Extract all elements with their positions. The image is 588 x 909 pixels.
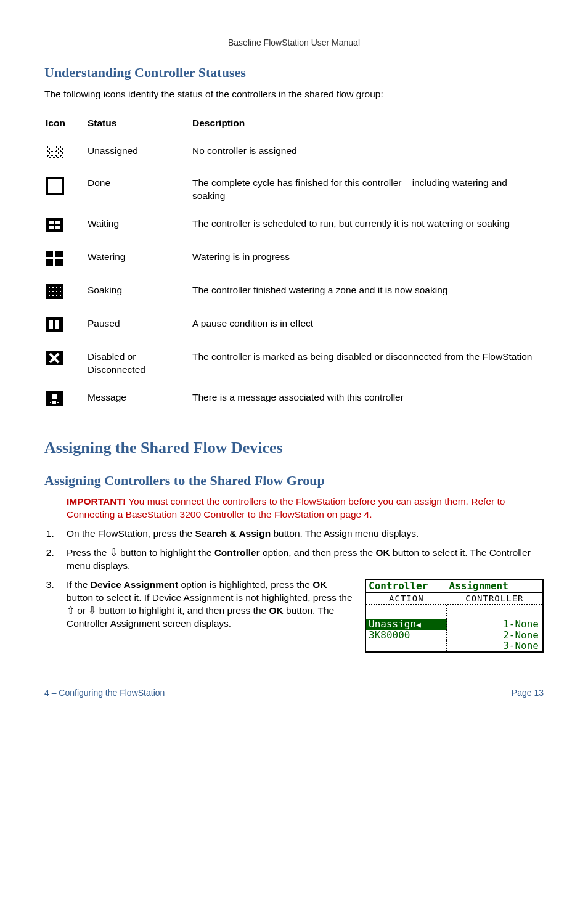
waiting-icon [46,218,63,232]
lcd-title-right: Assignment [448,580,542,592]
done-icon [46,177,64,195]
status-table: Icon Status Description Unassigned No co… [44,111,544,417]
bold-text: Controller [214,547,260,558]
table-row: Soaking The controller finished watering… [44,277,544,310]
step-text: button. The Assign menu displays. [271,528,419,539]
step-text: button to highlight the [118,547,214,558]
status-desc: The complete cycle has finished for this… [191,169,544,210]
soaking-icon [46,284,63,299]
important-text: You must connect the controllers to the … [67,496,505,520]
th-description: Description [191,111,544,137]
heading-assigning-devices: Assigning the Shared Flow Devices [44,437,544,460]
disabled-icon [46,351,63,365]
lcd-screenshot: Controller Assignment ACTION CONTROLLER … [365,579,544,653]
status-desc: There is a message associated with this … [191,384,544,417]
bold-text: OK [312,579,327,590]
bold-text: OK [269,605,283,616]
step-text: option is highlighted, press the [178,579,312,590]
bold-text: OK [376,547,390,558]
up-arrow-icon [67,605,75,616]
bold-text: Search & Assign [195,528,271,539]
status-desc: The controller is marked as being disabl… [191,343,544,384]
step-1: On the FlowStation, press the Search & A… [57,528,544,540]
lcd-row-action: 3K80000 [366,630,447,641]
step-2: Press the button to highlight the Contro… [57,547,544,573]
status-label: Done [86,169,191,210]
page-footer: 4 – Configuring the FlowStation Page 13 [44,687,544,699]
table-row: Disabled or Disconnected The controller … [44,343,544,384]
lcd-row-action-selected: Unassign [366,619,447,630]
lcd-row-controller: 3-None [447,640,542,651]
status-label: Paused [86,310,191,343]
step-3: If the Device Assignment option is highl… [57,579,544,653]
step-text: On the FlowStation, press the [67,528,195,539]
intro-paragraph: The following icons identify the status … [44,88,544,101]
step-text: button to select it. If Device Assignmen… [67,592,353,603]
step-text: or [75,605,88,616]
status-label: Soaking [86,277,191,310]
status-desc: The controller finished watering a zone … [191,277,544,310]
lcd-header-right: CONTROLLER [447,593,542,604]
footer-right: Page 13 [512,687,544,699]
selector-arrow-icon [416,618,421,630]
watering-icon [46,251,63,266]
status-label: Unassigned [86,137,191,169]
down-arrow-icon [88,605,96,616]
bold-text: Device Assignment [91,579,178,590]
lcd-title-left: Controller [366,580,448,592]
heading-understanding-statuses: Understanding Controller Statuses [44,63,544,82]
step-text: Press the [67,547,110,558]
status-desc: The controller is scheduled to run, but … [191,210,544,243]
th-status: Status [86,111,191,137]
table-row: Waiting The controller is scheduled to r… [44,210,544,243]
down-arrow-icon [110,547,118,558]
important-note: IMPORTANT! You must connect the controll… [67,495,544,521]
heading-assigning-controllers: Assigning Controllers to the Shared Flow… [44,471,544,490]
status-label: Waiting [86,210,191,243]
status-desc: Watering is in progress [191,243,544,277]
table-row: Unassigned No controller is assigned [44,137,544,169]
step-text: If the [67,579,91,590]
paused-icon [46,317,63,332]
unassigned-icon [46,145,63,158]
steps-list: On the FlowStation, press the Search & A… [44,528,544,653]
status-desc: A pause condition is in effect [191,310,544,343]
message-icon [46,391,63,406]
status-label: Message [86,384,191,417]
status-label: Watering [86,243,191,277]
status-desc: No controller is assigned [191,137,544,169]
footer-left: 4 – Configuring the FlowStation [44,687,165,699]
step-text: button to highlight it, and then press t… [96,605,269,616]
table-row: Message There is a message associated wi… [44,384,544,417]
table-row: Watering Watering is in progress [44,243,544,277]
th-icon: Icon [44,111,86,137]
running-header: Baseline FlowStation User Manual [44,37,544,49]
table-row: Done The complete cycle has finished for… [44,169,544,210]
important-label: IMPORTANT! [67,496,126,507]
table-row: Paused A pause condition is in effect [44,310,544,343]
lcd-row-controller: 1-None [447,619,542,630]
lcd-header-left: ACTION [366,593,447,604]
status-label: Disabled or Disconnected [86,343,191,384]
lcd-row-controller: 2-None [447,630,542,641]
step-text: option, and then press the [260,547,376,558]
